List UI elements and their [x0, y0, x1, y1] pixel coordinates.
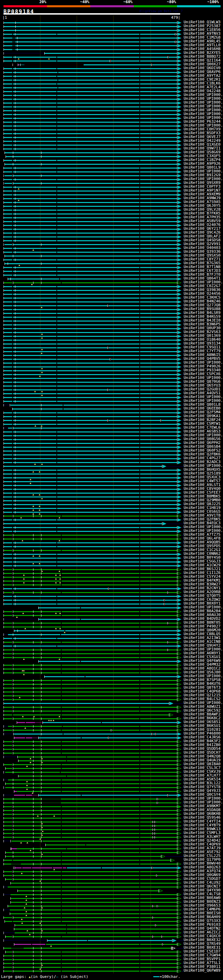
hit-bar[interactable]	[3, 646, 177, 647]
hit-bar[interactable]	[14, 925, 177, 926]
hit-bar[interactable]	[3, 45, 12, 46]
hit-bar[interactable]	[3, 733, 13, 734]
hit-bar[interactable]	[61, 802, 177, 803]
hit-bar[interactable]	[3, 948, 11, 949]
hit-bar[interactable]	[3, 259, 177, 260]
hit-bar[interactable]	[3, 435, 177, 436]
hit-bar[interactable]	[17, 791, 177, 792]
hit-bar[interactable]	[3, 72, 177, 73]
hit-bar[interactable]	[3, 305, 177, 306]
hit-bar[interactable]	[11, 841, 177, 842]
hit-bar[interactable]	[10, 902, 177, 903]
hit-bar[interactable]	[3, 439, 177, 440]
hit-bar[interactable]	[3, 860, 170, 861]
hit-bar[interactable]	[46, 944, 177, 945]
hit-bar[interactable]	[3, 699, 177, 700]
hit-bar[interactable]	[3, 795, 13, 795]
hit-bar[interactable]	[3, 535, 177, 536]
hit-bar[interactable]	[3, 431, 177, 433]
hit-bar[interactable]	[3, 389, 177, 390]
hit-bar[interactable]	[14, 932, 177, 934]
hit-bar[interactable]	[44, 53, 177, 54]
hit-bar[interactable]	[39, 619, 177, 620]
hit-bar[interactable]	[3, 474, 177, 474]
hit-bar[interactable]	[5, 951, 177, 953]
hit-bar[interactable]	[3, 240, 177, 241]
hit-bar[interactable]	[3, 416, 177, 417]
hit-bar-thin-gap[interactable]	[12, 38, 15, 38]
hit-bar[interactable]	[3, 573, 177, 574]
hit-bar[interactable]	[3, 141, 177, 142]
hit-bar[interactable]	[3, 886, 8, 887]
hit-bar[interactable]	[15, 38, 177, 38]
hit-bar[interactable]	[3, 967, 177, 968]
hit-bar[interactable]	[11, 848, 17, 849]
hit-bar[interactable]	[5, 768, 177, 769]
hit-bar[interactable]	[10, 909, 177, 910]
hit-bar[interactable]	[21, 864, 177, 865]
hit-bar[interactable]	[3, 665, 177, 666]
hit-bar[interactable]	[3, 477, 177, 478]
hit-bar[interactable]	[3, 871, 177, 872]
hit-bar[interactable]	[18, 776, 177, 776]
hit-bar[interactable]	[3, 110, 177, 111]
hit-bar[interactable]	[3, 133, 177, 134]
hit-bar[interactable]	[3, 504, 177, 505]
hit-bar[interactable]	[5, 787, 177, 788]
hit-bar[interactable]	[3, 680, 177, 681]
hit-bar[interactable]	[3, 623, 177, 624]
hit-bar[interactable]	[3, 370, 177, 371]
hit-bar[interactable]	[14, 630, 177, 631]
hit-bar[interactable]	[43, 722, 177, 723]
hit-bar-thin-gap[interactable]	[42, 799, 61, 799]
hit-bar[interactable]	[3, 447, 177, 448]
hit-bar[interactable]	[3, 118, 177, 119]
hit-bar[interactable]	[3, 340, 177, 341]
hit-bar[interactable]	[3, 581, 177, 582]
hit-bar[interactable]	[3, 347, 177, 348]
hit-bar[interactable]	[3, 481, 177, 482]
hit-bar[interactable]	[3, 217, 177, 218]
hit-bar[interactable]	[3, 301, 177, 302]
hit-bar[interactable]	[3, 864, 11, 865]
hit-bar[interactable]	[3, 317, 177, 318]
hit-bar[interactable]	[3, 198, 177, 199]
hit-bar[interactable]	[3, 538, 177, 539]
hit-bar[interactable]	[3, 114, 177, 115]
hit-bar[interactable]	[3, 714, 169, 716]
hit-row[interactable]: UniRef100_Q6FW89	[0, 969, 223, 973]
hit-bar[interactable]	[3, 940, 47, 941]
hit-bar[interactable]	[3, 298, 177, 299]
hit-bar[interactable]	[3, 493, 177, 494]
hit-bar[interactable]	[5, 256, 177, 256]
hit-bar-thin-gap[interactable]	[42, 803, 61, 803]
hit-bar[interactable]	[3, 821, 177, 822]
hit-bar[interactable]	[3, 336, 177, 337]
hit-bar-thin-gap[interactable]	[12, 46, 15, 46]
hit-bar[interactable]	[3, 321, 177, 321]
hit-bar[interactable]	[15, 45, 177, 46]
hit-bar[interactable]	[3, 523, 162, 524]
hit-bar[interactable]	[39, 737, 177, 738]
hit-bar[interactable]	[3, 126, 177, 127]
hit-bar[interactable]	[5, 783, 177, 784]
hit-bar[interactable]	[3, 206, 177, 207]
hit-bar[interactable]	[3, 351, 177, 352]
hit-bar[interactable]	[3, 558, 177, 558]
hit-bar[interactable]	[3, 707, 177, 708]
hit-bar[interactable]	[3, 909, 10, 910]
hit-bar[interactable]	[3, 374, 177, 375]
hit-bar[interactable]	[3, 382, 177, 383]
hit-bar[interactable]	[45, 845, 177, 845]
hit-bar[interactable]	[3, 202, 177, 203]
hit-bar-thin-gap[interactable]	[11, 864, 21, 864]
hit-label[interactable]: UniRef100_Q6FW89	[184, 969, 221, 972]
hit-bar[interactable]	[3, 328, 177, 329]
hit-bar[interactable]	[67, 867, 177, 869]
hit-bar[interactable]	[3, 366, 177, 368]
hit-bar[interactable]	[10, 405, 177, 406]
hit-bar[interactable]	[3, 611, 177, 612]
hit-bar[interactable]	[3, 565, 177, 566]
hit-bar-thin-gap[interactable]	[35, 722, 43, 723]
hit-bar[interactable]	[12, 409, 177, 409]
